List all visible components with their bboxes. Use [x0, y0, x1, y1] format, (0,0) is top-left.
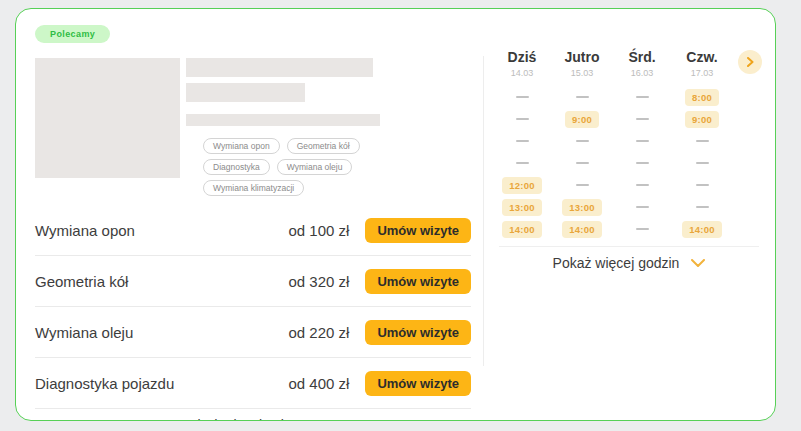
booking-calendar-panel: Dziś 14.03 Jutro 15.03 Śrd. 16.03 Czw. 1…: [484, 9, 775, 420]
time-slot-chip[interactable]: 13:00: [502, 199, 541, 216]
service-row: Diagnostyka pojazdu od 400 zł Umów wizyt…: [35, 358, 471, 409]
time-slot-cell: [612, 118, 672, 120]
time-slot-row: [492, 130, 775, 152]
time-slot-cell: [552, 96, 612, 98]
time-slot-row: [492, 152, 775, 174]
time-slot-chip[interactable]: 14:00: [562, 221, 601, 238]
provider-meta: Wymiana opon Geometria kół Diagnostyka W…: [186, 58, 431, 196]
time-slot-cell: [612, 162, 672, 164]
time-slot-cell: 9:00: [552, 111, 612, 128]
service-name: Diagnostyka pojazdu: [35, 375, 288, 392]
service-tag: Geometria kół: [287, 138, 360, 154]
empty-slot-dash: [636, 96, 649, 98]
day-column-header: Śrd. 16.03: [612, 49, 672, 78]
service-row: Wymiana oleju od 220 zł Umów wizyte: [35, 307, 471, 358]
empty-slot-dash: [576, 184, 589, 186]
service-row: Geometria kół od 320 zł Umów wizyte: [35, 256, 471, 307]
time-slot-row: 14:0014:0014:00: [492, 218, 775, 240]
service-tag: Wymiana oleju: [277, 159, 353, 175]
show-more-hours-label: Pokaż więcej godzin: [553, 255, 680, 271]
time-slot-cell: 12:00: [492, 177, 552, 194]
calendar-divider: [499, 246, 759, 247]
recommended-badge: Polecamy: [35, 25, 110, 43]
time-slot-cell: 9:00: [672, 111, 732, 128]
text-placeholder-bar: [186, 114, 380, 126]
provider-panel: Polecamy Wymiana opon Geometria kół Diag…: [16, 9, 471, 420]
service-price: od 220 zł: [288, 324, 349, 341]
book-visit-button[interactable]: Umów wizyte: [365, 371, 471, 396]
time-slot-chip[interactable]: 8:00: [685, 89, 719, 106]
empty-slot-dash: [696, 184, 709, 186]
time-slot-cell: [492, 96, 552, 98]
service-provider-card: Polecamy Wymiana opon Geometria kół Diag…: [15, 8, 776, 421]
time-slot-chip[interactable]: 12:00: [502, 177, 541, 194]
text-placeholder-bar: [186, 83, 305, 102]
time-slot-cell: 13:00: [552, 199, 612, 216]
service-tag: Diagnostyka: [203, 159, 270, 175]
service-name: Wymiana oleju: [35, 324, 288, 341]
service-tag: Wymiana opon: [203, 138, 280, 154]
book-visit-button[interactable]: Umów wizyte: [365, 269, 471, 294]
time-slot-cell: [612, 228, 672, 230]
time-slot-cell: [492, 140, 552, 142]
service-list: Wymiana opon od 100 zł Umów wizyte Geome…: [35, 205, 471, 421]
chevron-down-icon: [691, 259, 705, 267]
empty-slot-dash: [576, 140, 589, 142]
provider-profile: Wymiana opon Geometria kół Diagnostyka W…: [35, 58, 471, 196]
empty-slot-dash: [576, 96, 589, 98]
time-slot-chip[interactable]: 13:00: [562, 199, 601, 216]
service-tag: Wymiana klimatyzacji: [203, 180, 304, 196]
empty-slot-dash: [636, 184, 649, 186]
show-more-services-label: Pokaż więcej usług: [180, 417, 299, 421]
time-slot-cell: [552, 162, 612, 164]
next-days-button[interactable]: [738, 50, 762, 74]
time-slot-cell: [612, 206, 672, 208]
time-slot-cell: [672, 206, 732, 208]
empty-slot-dash: [636, 140, 649, 142]
time-slot-cell: [612, 96, 672, 98]
show-more-services[interactable]: Pokaż więcej usług: [35, 413, 471, 421]
book-visit-button[interactable]: Umów wizyte: [365, 218, 471, 243]
empty-slot-dash: [516, 140, 529, 142]
time-slot-cell: 13:00: [492, 199, 552, 216]
time-slot-chip[interactable]: 14:00: [502, 221, 541, 238]
day-column-header: Czw. 17.03: [672, 49, 732, 78]
service-row: Wymiana opon od 100 zł Umów wizyte: [35, 205, 471, 256]
time-slot-cell: [552, 140, 612, 142]
time-slot-cell: [612, 140, 672, 142]
time-slot-cell: [552, 184, 612, 186]
time-slot-cell: [492, 118, 552, 120]
time-slot-cell: 8:00: [672, 89, 732, 106]
empty-slot-dash: [516, 162, 529, 164]
time-slot-cell: [612, 184, 672, 186]
chevron-right-icon: [747, 57, 754, 67]
empty-slot-dash: [696, 140, 709, 142]
service-name: Wymiana opon: [35, 222, 288, 239]
time-slot-row: 13:0013:00: [492, 196, 775, 218]
time-slot-chip[interactable]: 9:00: [685, 111, 719, 128]
time-slot-chip[interactable]: 14:00: [682, 221, 721, 238]
service-tags: Wymiana opon Geometria kół Diagnostyka W…: [203, 138, 431, 196]
time-slot-row: 12:00: [492, 174, 775, 196]
time-slot-row: 8:00: [492, 86, 775, 108]
empty-slot-dash: [636, 228, 649, 230]
service-price: od 100 zł: [288, 222, 349, 239]
empty-slot-dash: [696, 162, 709, 164]
empty-slot-dash: [516, 96, 529, 98]
empty-slot-dash: [576, 162, 589, 164]
book-visit-button[interactable]: Umów wizyte: [365, 320, 471, 345]
time-slot-cell: [672, 140, 732, 142]
time-slot-cell: 14:00: [492, 221, 552, 238]
empty-slot-dash: [696, 206, 709, 208]
time-slot-chip[interactable]: 9:00: [565, 111, 599, 128]
empty-slot-dash: [636, 162, 649, 164]
time-slot-cell: 14:00: [672, 221, 732, 238]
time-slot-cell: [672, 184, 732, 186]
day-column-header: Jutro 15.03: [552, 49, 612, 78]
service-price: od 320 zł: [288, 273, 349, 290]
empty-slot-dash: [636, 206, 649, 208]
text-placeholder-bar: [186, 58, 373, 77]
provider-photo-placeholder: [35, 58, 180, 178]
show-more-hours[interactable]: Pokaż więcej godzin: [492, 255, 766, 271]
day-column-header: Dziś 14.03: [492, 49, 552, 78]
